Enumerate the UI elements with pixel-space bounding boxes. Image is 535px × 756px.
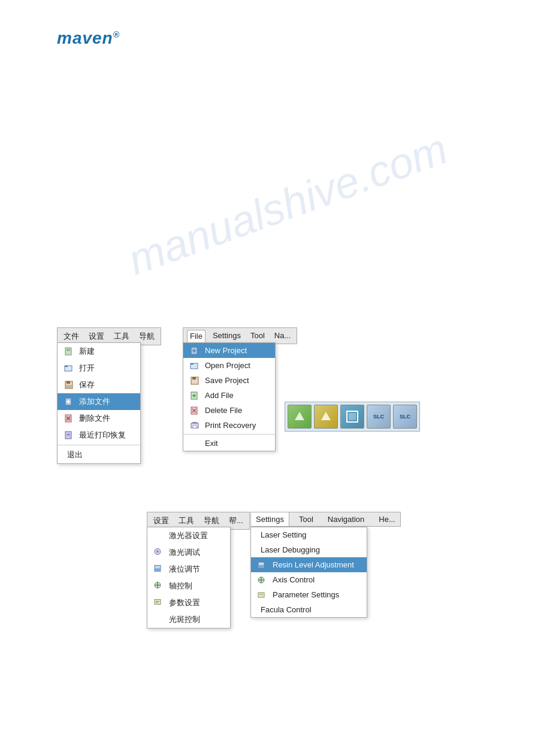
cn-file-dropdown: 新建 打开 保存 添加文件 删除文件 最近打印恢复 退出 [57,342,141,464]
cn-menu-item-recovery[interactable]: 最近打印恢复 [58,427,140,444]
logo-text: maven [57,29,113,47]
cn-settings-menu-tool[interactable]: 工具 [176,514,197,527]
recovery-icon [64,430,74,440]
delete-file-icon [189,406,200,415]
print-recovery-icon [189,421,200,430]
cn-menu-file[interactable]: 文件 [61,330,81,343]
svg-rect-30 [193,426,197,428]
cn-menu-item-open[interactable]: 打开 [58,360,140,377]
en-menu-item-exit[interactable]: Exit [183,436,275,451]
cn-settings-item-laser[interactable]: 激光器设置 [147,527,230,544]
toolbar-icons-area: SLC SLC [285,402,420,432]
separator-1 [58,445,140,445]
save-icon [64,380,74,390]
svg-marker-31 [295,412,304,420]
svg-rect-2 [67,350,70,351]
en-menu-item-printrecovery[interactable]: Print Recovery [183,418,275,433]
toolbar-btn-blue[interactable] [340,405,364,429]
cn-menu-item-deletefile[interactable]: 删除文件 [58,410,140,427]
en-menu-item-saveproject[interactable]: Save Project [183,373,275,388]
en-settings-item-resinlevel[interactable]: Resin Level Adjustment [251,557,367,572]
toolbar-btn-green2[interactable] [314,405,338,429]
cn-menu-tool[interactable]: 工具 [111,330,132,343]
slc2-label: SLC [400,414,410,420]
toolbar-btn-slc1[interactable]: SLC [367,405,391,429]
cn-settings-item-axis[interactable]: 轴控制 [147,578,230,594]
en-menu-item-deletefile[interactable]: Delete File [183,403,275,418]
svg-rect-29 [192,422,197,423]
svg-rect-50 [258,593,264,597]
cn-menu-settings[interactable]: 设置 [86,330,107,343]
en-settings-tab-nav[interactable]: Navigation [323,512,369,526]
laser-debug-icon [153,548,162,558]
en-settings-tab-settings[interactable]: Settings [251,512,289,526]
en-menu-tool[interactable]: Tool [248,330,267,342]
params-icon [153,598,162,608]
cn-menu-nav[interactable]: 导航 [137,330,157,343]
deletefile-icon [64,414,74,423]
cn-menu-item-save[interactable]: 保存 [58,377,140,393]
en-menu-item-openproject[interactable]: Open Project [183,358,275,373]
logo-registered: ® [113,30,120,40]
svg-rect-14 [65,432,71,439]
open-project-icon [189,361,200,371]
cn-settings-menu-settings[interactable]: 设置 [151,514,171,527]
axis-control-icon [257,576,267,584]
cn-menu-item-addfile[interactable]: 添加文件 [58,393,140,410]
svg-rect-38 [155,569,161,572]
toolbar-btn-green1[interactable] [288,405,312,429]
cn-settings-item-laserdbg[interactable]: 激光调试 [147,544,230,561]
new-project-icon [189,346,200,356]
svg-marker-32 [321,412,331,420]
svg-rect-0 [65,348,71,355]
en-menu-item-addfile[interactable]: Add File [183,388,275,403]
cn-settings-dropdown: 激光器设置 激光调试 液位调节 轴控制 参数设置 光斑控制 [147,527,231,629]
en-settings-menubar: Settings Tool Navigation He... [250,512,401,527]
app-logo: maven® [57,29,120,48]
en-menubar: File Settings Tool Na... [183,327,297,344]
new-icon [64,347,74,356]
en-settings-item-lasersetting[interactable]: Laser Setting [251,527,367,542]
cn-menu-item-new[interactable]: 新建 [58,343,140,360]
en-menu-item-newproject[interactable]: New Project [183,343,275,358]
en-file-dropdown: New Project Open Project Save Project Ad… [183,342,276,451]
svg-rect-4 [65,366,68,367]
cn-menu-item-exit[interactable]: 退出 [58,447,140,463]
svg-rect-21 [192,377,196,379]
save-project-icon [189,376,200,385]
svg-rect-42 [155,600,161,605]
svg-rect-1 [67,349,70,350]
en-settings-item-laserdbg[interactable]: Laser Debugging [251,542,367,557]
en-settings-item-paramsettings[interactable]: Parameter Settings [251,587,367,602]
en-settings-tab-tool[interactable]: Tool [294,512,318,526]
en-menu-file[interactable]: File [187,330,205,342]
en-settings-item-facula[interactable]: Facula Control [251,602,367,617]
toolbar-btn-slc2[interactable]: SLC [393,405,417,429]
cn-settings-item-liquidlevel[interactable]: 液位调节 [147,561,230,578]
param-settings-icon [257,591,267,599]
open-icon [64,363,74,373]
svg-rect-7 [66,385,72,388]
svg-rect-19 [191,363,194,365]
en-menu-settings[interactable]: Settings [210,330,243,342]
axis-icon [153,581,162,591]
svg-rect-46 [258,565,264,568]
svg-rect-34 [349,413,356,420]
cn-settings-item-params[interactable]: 参数设置 [147,594,230,611]
slc1-label: SLC [373,414,384,420]
addfile-icon [64,397,74,406]
watermark: manualshive.com [122,124,454,285]
cn-settings-item-facula[interactable]: 光斑控制 [147,611,230,628]
svg-rect-6 [67,381,70,384]
liquid-level-icon [153,564,162,575]
resin-level-icon [257,561,267,569]
add-file-icon [189,391,200,400]
separator-2 [183,434,275,435]
en-settings-item-axiscontrol[interactable]: Axis Control [251,572,367,587]
en-menu-nav[interactable]: Na... [272,330,293,342]
cn-settings-menu-nav[interactable]: 导航 [201,514,222,527]
en-settings-dropdown: Laser Setting Laser Debugging Resin Leve… [250,527,367,618]
svg-point-36 [156,551,159,553]
cn-settings-menu-help[interactable]: 帮... [226,514,246,527]
en-settings-tab-help[interactable]: He... [374,512,400,526]
